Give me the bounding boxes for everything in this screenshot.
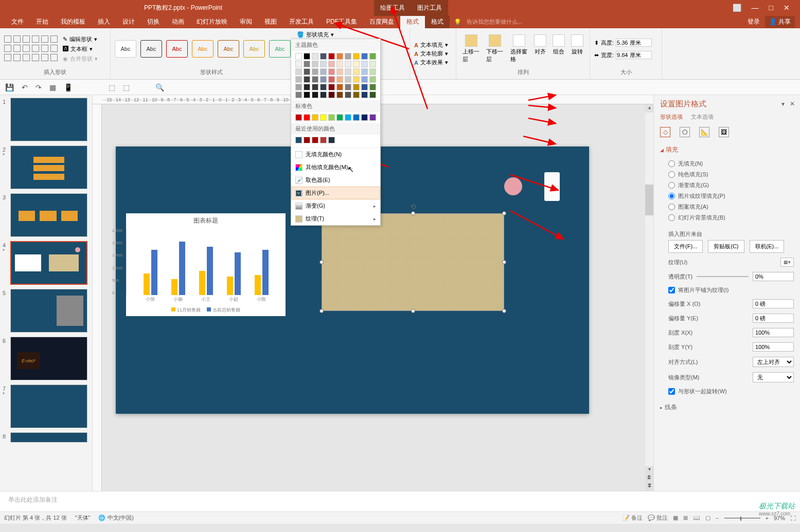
fill-line-icon[interactable]: ◇ [660,127,670,137]
merge-shape-button[interactable]: ◉ 合并形状 ▾ [63,55,98,63]
offset-y-input[interactable] [753,314,794,323]
pattern-fill-radio[interactable]: 图案填充(A) [668,201,794,212]
resize-handle-ne[interactable] [502,211,506,215]
picture-tools-tab[interactable]: 图片工具 [411,0,448,16]
shape-style-gallery[interactable]: Abc Abc Abc Abc Abc Abc Abc ▾ [115,40,297,58]
scroll-thumb[interactable] [645,185,653,215]
send-backward-button[interactable]: 下移一层 [484,32,506,65]
menu-format-drawing[interactable]: 格式 [400,15,425,28]
picture-texture-fill-radio[interactable]: 图片或纹理填充(P) [668,191,794,201]
edit-shape-button[interactable]: ✎ 编辑形状 ▾ [63,35,98,43]
online-button[interactable]: 联机(E)... [750,240,785,253]
slide-thumb-5[interactable] [10,289,87,333]
comments-button[interactable]: 💬 批注 [648,514,668,522]
slideshow-view-icon[interactable]: ▢ [705,515,710,521]
selection-pane-button[interactable]: 选择窗格 [508,32,530,65]
menu-format-picture[interactable]: 格式 [425,15,450,28]
picture-fill-item[interactable]: 🖼图片(P)... [291,187,380,199]
notes-button[interactable]: 📝 备注 [623,514,643,522]
menu-insert[interactable]: 插入 [92,15,116,28]
pane-close-icon[interactable]: ✕ [790,100,795,107]
chart-object[interactable]: 图表标题 05001,0001,5002,0002,500 小张小杨小王小赵小陈… [126,213,286,316]
ime-indicator[interactable]: 🌐 中文(中国) [98,514,133,522]
align-select[interactable]: 左上对齐 [753,357,794,367]
drawing-tools-tab[interactable]: 绘图工具 [374,0,411,16]
minimize-button[interactable]: — [752,4,759,12]
next-slide-icon[interactable]: ⯯ [645,483,653,491]
theme-color-grid[interactable] [291,51,380,100]
save-icon[interactable]: 💾 [5,83,14,91]
menu-templates[interactable]: 我的模板 [55,15,92,28]
scale-y-input[interactable] [753,342,794,352]
menu-view[interactable]: 视图 [258,15,283,28]
scroll-down-icon[interactable]: ▾ [645,466,653,474]
menu-pdf[interactable]: PDF工具集 [320,15,363,28]
text-box-button[interactable]: 🅰 文本框 ▾ [63,45,98,53]
slide-thumb-8[interactable] [10,432,87,443]
standard-color-grid[interactable] [291,112,380,123]
menu-netdisk[interactable]: 百度网盘 [363,15,400,28]
shape-options-tab[interactable]: 形状选项 [660,113,683,121]
picture-icon[interactable]: 🖼 [719,127,729,137]
reading-view-icon[interactable]: 📖 [693,515,700,521]
no-fill-radio[interactable]: 无填充(N) [668,158,794,169]
shapes-palette[interactable] [4,35,59,62]
menu-design[interactable]: 设计 [116,15,141,28]
more-colors-item[interactable]: 其他填充颜色(M)... [291,161,380,174]
file-button[interactable]: 文件(F)... [668,240,703,253]
menu-animations[interactable]: 动画 [166,15,190,28]
gradient-fill-item[interactable]: 渐变(G)▸ [291,199,380,212]
sorter-view-icon[interactable]: ⊞ [683,515,688,521]
eyedropper-item[interactable]: 💉取色器(E) [291,174,380,187]
texture-fill-item[interactable]: 纹理(T)▸ [291,212,380,225]
notes-area[interactable]: 单击此处添加备注 [0,491,800,511]
zoom-icon[interactable]: 🔍 [155,83,164,91]
group-button[interactable]: 组合 [550,32,567,58]
height-input[interactable] [616,39,652,47]
pink-circle-shape[interactable] [504,177,522,195]
scroll-up-icon[interactable]: ▴ [645,104,653,113]
share-button[interactable]: 👤 共享 [765,16,795,28]
transparency-input[interactable] [753,272,794,281]
resize-handle-s[interactable] [411,309,415,313]
mirror-select[interactable]: 无 [753,372,794,382]
pane-options-icon[interactable]: ▼ [780,101,786,107]
qat-btn-2[interactable]: ⬚ [123,83,130,91]
menu-file[interactable]: 文件 [5,15,30,28]
slide-thumb-7[interactable] [10,384,87,428]
resize-handle-se[interactable] [502,309,506,313]
fill-section-header[interactable]: ◢填充 [660,145,794,154]
width-input[interactable] [616,51,652,59]
menu-transitions[interactable]: 切换 [141,15,166,28]
slide-thumb-2[interactable] [10,145,87,189]
white-rect-shape[interactable] [544,172,560,201]
text-options-tab[interactable]: 文本选项 [691,113,714,121]
clipboard-button[interactable]: 剪贴板(C) [708,240,744,253]
selected-texture-shape[interactable]: ⟲ [322,213,504,311]
tile-checkbox[interactable]: 将图片平铺为纹理(I) [660,284,794,297]
align-button[interactable]: 对齐 [532,32,548,58]
resize-handle-e[interactable] [502,260,506,264]
close-button[interactable]: ✕ [784,4,790,12]
gradient-fill-radio[interactable]: 渐变填充(G) [668,180,794,191]
redo-icon[interactable]: ↷ [35,83,42,91]
text-effects-button[interactable]: A 文本效果 ▾ [414,59,448,66]
ribbon-display-options[interactable]: ⬜ [733,4,741,12]
recent-color-grid[interactable] [291,135,380,145]
normal-view-icon[interactable]: ▦ [673,515,678,521]
menu-home[interactable]: 开始 [30,15,55,28]
login-button[interactable]: 登录 [748,17,760,26]
rotate-handle-icon[interactable]: ⟲ [410,203,416,211]
menu-developer[interactable]: 开发工具 [283,15,320,28]
slide-thumb-4[interactable] [10,241,87,285]
slide-thumb-3[interactable] [10,193,87,237]
start-from-beginning-icon[interactable]: ▦ [49,83,56,91]
slide-bg-fill-radio[interactable]: 幻灯片背景填充(B) [668,212,794,223]
scale-x-input[interactable] [753,328,794,337]
slide-panel[interactable]: 1 2* 3 4* 5 6E=mc² 7* 8 [0,95,93,491]
effects-icon[interactable]: ⬠ [680,127,690,137]
maximize-button[interactable]: □ [769,4,773,12]
line-section-header[interactable]: ▸线条 [660,403,794,412]
slide-thumb-1[interactable] [10,98,87,141]
no-fill-item[interactable]: 无填充颜色(N) [291,148,380,161]
